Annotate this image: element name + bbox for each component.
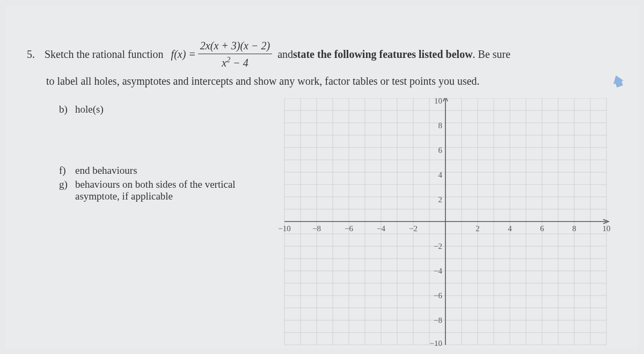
ylabel-p6: 6 xyxy=(438,146,443,154)
ylabel-n6: −6 xyxy=(434,291,442,300)
sub-b-text: hole(s) xyxy=(75,104,263,115)
content-area: b) hole(s) f) end behaviours g) behaviou… xyxy=(27,98,617,350)
xlabel-p8: 8 xyxy=(572,224,576,233)
ylabel-p2: 2 xyxy=(438,195,443,204)
x-tick-labels: −10 −8 −6 −4 −2 2 4 6 8 10 xyxy=(278,224,610,233)
xlabel-n6: −6 xyxy=(345,224,353,233)
text-after-1: and xyxy=(277,46,293,62)
text-after-2: . Be sure xyxy=(473,46,511,62)
sub-b-label: b) xyxy=(59,104,75,115)
xlabel-p10: 10 xyxy=(603,224,611,233)
sub-question-f: f) end behaviours xyxy=(59,165,263,176)
sub-g-text: behaviours on both sides of the vertical… xyxy=(75,179,263,202)
sub-f-text: end behaviours xyxy=(75,165,263,176)
xlabel-p4: 4 xyxy=(508,224,512,233)
sub-g-label: g) xyxy=(59,179,75,202)
y-tick-labels-neg: −2 −4 −6 −8 −10 xyxy=(430,242,443,348)
fn-lhs-text: f(x) = xyxy=(171,46,196,62)
ylabel-p10: 10 xyxy=(434,98,442,105)
ylabel-n4: −4 xyxy=(434,267,442,275)
coordinate-grid: −10 −8 −6 −4 −2 2 4 6 8 10 10 8 xyxy=(274,98,617,350)
xlabel-n8: −8 xyxy=(312,224,321,233)
ylabel-p4: 4 xyxy=(438,171,443,179)
xlabel-n10: −10 xyxy=(278,224,290,233)
question-line-1: 5. Sketch the rational function f(x) = 2… xyxy=(27,38,617,71)
ylabel-n10: −10 xyxy=(430,339,442,348)
y-tick-labels-pos: 10 8 6 4 2 xyxy=(434,98,443,204)
numerator: 2x(x + 3)(x − 2) xyxy=(198,38,272,54)
sub-question-g: g) behaviours on both sides of the verti… xyxy=(59,179,263,202)
xlabel-p2: 2 xyxy=(475,224,480,233)
question-line-2: to label all holes, asymptotes and inter… xyxy=(46,75,617,87)
question-text-before: Sketch the rational function xyxy=(45,46,164,62)
ylabel-n2: −2 xyxy=(434,242,442,250)
sub-questions-column: b) hole(s) f) end behaviours g) behaviou… xyxy=(27,98,263,350)
sub-question-b: b) hole(s) xyxy=(59,104,263,115)
xlabel-n4: −4 xyxy=(377,224,385,233)
fraction: 2x(x + 3)(x − 2) x2 − 4 xyxy=(198,38,272,71)
den-base: x xyxy=(222,57,226,69)
sub-f-label: f) xyxy=(59,165,75,176)
ylabel-p8: 8 xyxy=(438,121,443,130)
xlabel-n2: −2 xyxy=(409,224,418,233)
gap-spacer xyxy=(59,117,263,165)
xlabel-p6: 6 xyxy=(540,224,544,233)
denominator: x2 − 4 xyxy=(219,54,250,71)
graph-column: −10 −8 −6 −4 −2 2 4 6 8 10 10 8 xyxy=(263,98,617,350)
text-bold: state the following features listed belo… xyxy=(293,46,473,62)
function-lhs: f(x) = 2x(x + 3)(x − 2) x2 − 4 xyxy=(171,38,275,71)
question-number: 5. xyxy=(27,46,35,62)
ylabel-n8: −8 xyxy=(434,316,442,324)
den-rest: − 4 xyxy=(230,57,248,69)
grid-svg: −10 −8 −6 −4 −2 2 4 6 8 10 10 8 xyxy=(274,98,617,350)
worksheet-page: 5. Sketch the rational function f(x) = 2… xyxy=(5,5,639,349)
